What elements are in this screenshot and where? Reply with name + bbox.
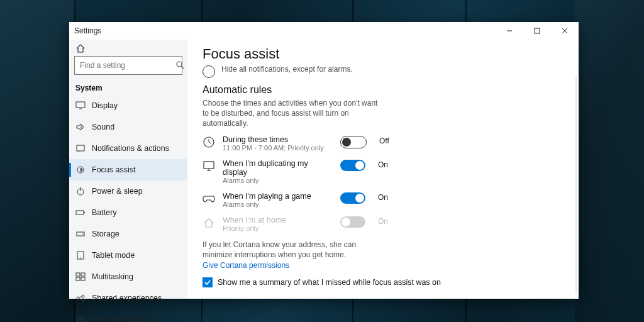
home-button[interactable] — [69, 43, 187, 53]
rule-subtitle: Alarms only — [223, 201, 333, 208]
focus-assist-icon — [75, 165, 86, 175]
cortana-permissions-link[interactable]: Give Cortana permissions — [203, 261, 564, 270]
battery-icon — [75, 208, 86, 218]
power-icon — [75, 186, 86, 196]
rule-toggle[interactable] — [340, 160, 365, 171]
rule-state: On — [378, 193, 388, 202]
sidebar-item-display[interactable]: Display — [69, 95, 187, 116]
search-field[interactable] — [79, 60, 175, 70]
alarms-only-radio[interactable] — [203, 65, 215, 78]
svg-point-24 — [82, 299, 84, 301]
page-title: Focus assist — [203, 46, 564, 62]
sidebar-category: System — [69, 80, 187, 95]
rule-title: When I'm playing a game — [223, 192, 333, 201]
rule-title: When I'm duplicating my display — [223, 159, 333, 177]
rule-state: Off — [379, 136, 389, 145]
rule-title: When I'm at home — [223, 216, 333, 225]
svg-rect-13 — [84, 212, 85, 213]
clock-icon — [203, 136, 215, 148]
sound-icon — [75, 122, 86, 132]
search-icon — [175, 60, 184, 71]
main-panel: Focus assist Hide all notifications, exc… — [187, 40, 579, 299]
search-input[interactable] — [74, 56, 182, 75]
svg-rect-19 — [81, 273, 85, 276]
scrollbar[interactable] — [575, 77, 577, 294]
svg-line-30 — [209, 142, 211, 143]
sidebar-item-label: Power & sleep — [92, 187, 143, 196]
sidebar-item-power[interactable]: Power & sleep — [69, 180, 187, 202]
svg-rect-21 — [81, 277, 85, 280]
svg-rect-18 — [76, 273, 80, 276]
sidebar: System Display Sound Notifications & act… — [69, 40, 187, 299]
svg-rect-1 — [535, 28, 540, 33]
rule-toggle[interactable] — [340, 192, 365, 204]
sidebar-item-label: Shared experiences — [92, 294, 162, 303]
home-icon — [75, 43, 86, 53]
svg-rect-8 — [77, 145, 84, 151]
tablet-icon — [75, 250, 86, 260]
sidebar-item-remote[interactable]: Remote Desktop — [69, 309, 187, 322]
rule-playing-game[interactable]: When I'm playing a gameAlarms only On — [203, 192, 564, 208]
sidebar-item-label: Battery — [92, 208, 117, 217]
sidebar-item-label: Multitasking — [92, 272, 133, 281]
close-button[interactable] — [551, 22, 579, 40]
svg-point-22 — [77, 297, 79, 299]
storage-icon — [75, 229, 86, 239]
display-icon — [75, 101, 86, 111]
notifications-icon — [75, 143, 86, 153]
rule-duplicating-display[interactable]: When I'm duplicating my displayAlarms on… — [203, 159, 564, 184]
sidebar-item-sound[interactable]: Sound — [69, 116, 187, 138]
rule-subtitle: Priority only — [223, 225, 333, 232]
summary-checkbox-label: Show me a summary of what I missed while… — [218, 278, 441, 287]
shared-icon — [75, 293, 86, 303]
svg-point-15 — [82, 233, 84, 235]
svg-point-17 — [80, 257, 81, 258]
sidebar-item-label: Display — [92, 101, 118, 110]
remote-icon — [75, 314, 86, 322]
svg-point-4 — [177, 62, 182, 67]
settings-window: Settings System Displa — [69, 22, 579, 299]
sidebar-item-label: Tablet mode — [92, 251, 135, 260]
window-title: Settings — [74, 26, 101, 35]
sidebar-item-storage[interactable]: Storage — [69, 223, 187, 245]
sidebar-item-shared[interactable]: Shared experiences — [69, 287, 187, 309]
sidebar-item-focus-assist[interactable]: Focus assist — [69, 159, 187, 180]
section-heading: Automatic rules — [203, 84, 564, 96]
sidebar-item-label: Focus assist — [92, 165, 135, 174]
sidebar-item-label: Sound — [92, 123, 114, 131]
rule-state: On — [378, 160, 388, 169]
rule-toggle[interactable] — [340, 136, 367, 148]
svg-point-23 — [82, 295, 84, 297]
rule-toggle-disabled — [340, 216, 365, 228]
maximize-button[interactable] — [523, 22, 551, 40]
cortana-hint: If you let Cortana know your address, sh… — [203, 240, 366, 260]
svg-rect-12 — [76, 211, 84, 214]
rule-title: During these times — [223, 135, 333, 144]
home-location-icon — [203, 216, 215, 229]
sidebar-item-battery[interactable]: Battery — [69, 202, 187, 223]
svg-line-26 — [79, 299, 82, 300]
multitasking-icon — [75, 272, 86, 282]
svg-rect-31 — [204, 162, 214, 169]
rule-subtitle: 11:00 PM - 7:00 AM; Priority only — [223, 144, 333, 152]
sidebar-item-notifications[interactable]: Notifications & actions — [69, 138, 187, 159]
sidebar-item-multitasking[interactable]: Multitasking — [69, 266, 187, 287]
monitor-icon — [203, 160, 215, 172]
svg-line-5 — [181, 66, 184, 69]
sidebar-item-tablet[interactable]: Tablet mode — [69, 245, 187, 266]
rule-at-home: When I'm at homePriority only On — [203, 216, 564, 232]
sidebar-item-label: Remote Desktop — [92, 315, 150, 322]
svg-rect-6 — [76, 102, 85, 108]
gamepad-icon — [203, 192, 215, 205]
section-description: Choose the times and activities when you… — [203, 98, 379, 129]
rule-state: On — [378, 217, 388, 226]
summary-checkbox[interactable] — [203, 277, 213, 287]
sidebar-item-label: Notifications & actions — [92, 144, 169, 153]
svg-line-25 — [79, 297, 82, 298]
rule-during-times[interactable]: During these times11:00 PM - 7:00 AM; Pr… — [203, 135, 564, 152]
svg-rect-20 — [76, 277, 80, 280]
rule-subtitle: Alarms only — [223, 177, 333, 184]
alarms-only-description: Hide all notifications, except for alarm… — [221, 65, 353, 74]
sidebar-item-label: Storage — [92, 230, 119, 238]
minimize-button[interactable] — [496, 22, 523, 40]
